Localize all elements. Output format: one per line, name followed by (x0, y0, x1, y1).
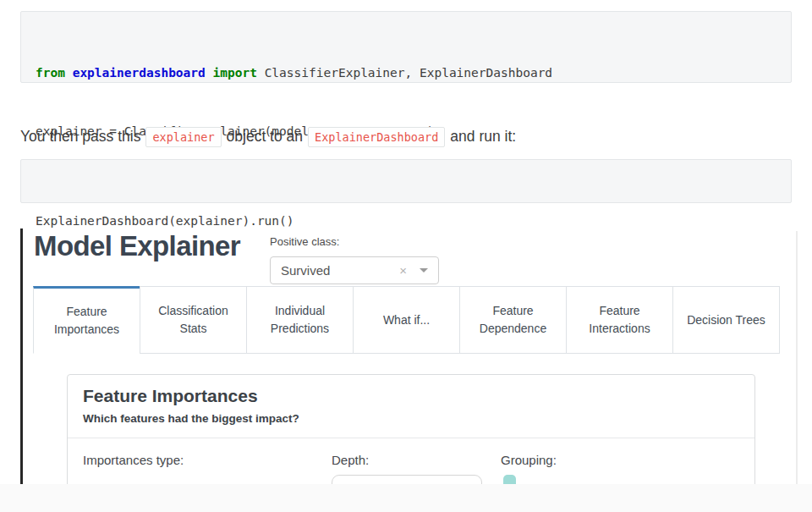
importances-type-control: Importances type: (83, 453, 332, 484)
tab-label: Feature Dependence (469, 302, 557, 338)
tab-feature-dependence[interactable]: Feature Dependence (459, 286, 567, 354)
code-keyword-import: import (213, 66, 265, 80)
paragraph-text: and run it: (450, 128, 516, 146)
importances-type-label: Importances type: (83, 453, 332, 467)
grouping-label: Grouping: (501, 453, 754, 467)
dashboard-screenshot: Model Explainer Positive class: Survived… (20, 228, 799, 484)
code-keyword-from: from (36, 66, 73, 80)
depth-control: Depth: (332, 453, 501, 484)
positive-class-select[interactable]: Survived × (270, 256, 439, 284)
tab-label: Decision Trees (687, 311, 765, 329)
chevron-down-icon[interactable] (420, 268, 428, 273)
card-subtitle: Which features had the biggest impact? (83, 412, 739, 425)
tab-label: Feature Interactions (575, 302, 664, 338)
code-block-import: from explainerdashboard import Classifie… (20, 11, 792, 83)
tab-decision-trees[interactable]: Decision Trees (672, 286, 780, 354)
card-controls-row: Importances type: Depth: Grouping: (68, 438, 754, 484)
tab-feature-interactions[interactable]: Feature Interactions (566, 286, 673, 354)
paragraph-text: object to an (227, 128, 303, 146)
paragraph-text: You then pass this (20, 128, 140, 146)
clear-icon[interactable]: × (399, 263, 407, 278)
depth-label: Depth: (332, 453, 501, 467)
positive-class-label: Positive class: (270, 235, 339, 248)
tab-label: Feature Importances (42, 303, 131, 339)
tab-label: What if... (383, 311, 430, 329)
tab-what-if[interactable]: What if... (353, 286, 460, 354)
page-background-strip (0, 484, 812, 512)
card-title: Feature Importances (83, 386, 739, 406)
positive-class-value: Survived (281, 263, 399, 278)
body-paragraph: You then pass this explainer object to a… (20, 124, 516, 151)
dashboard-title: Model Explainer (34, 230, 240, 262)
grouping-toggle[interactable] (503, 475, 516, 484)
grouping-control: Grouping: (501, 453, 754, 484)
tab-bar: Feature Importances Classification Stats… (33, 286, 780, 354)
depth-select[interactable] (332, 475, 482, 484)
inline-code-explainerdashboard: ExplainerDashboard (308, 127, 445, 147)
inline-code-explainer: explainer (145, 127, 221, 147)
scrollbar[interactable] (796, 231, 798, 484)
tab-label: Classification Stats (149, 302, 238, 338)
code-module-name: explainerdashboard (73, 66, 213, 80)
tab-feature-importances[interactable]: Feature Importances (33, 286, 140, 354)
tab-individual-predictions[interactable]: Individual Predictions (246, 286, 354, 354)
code-imported-names: ClassifierExplainer, ExplainerDashboard (265, 66, 552, 80)
code-line: from explainerdashboard import Classifie… (36, 63, 776, 83)
tab-label: Individual Predictions (255, 302, 344, 338)
code-block-run: ExplainerDashboard(explainer).run() (20, 159, 792, 203)
card-header: Feature Importances Which features had t… (68, 375, 754, 438)
tab-classification-stats[interactable]: Classification Stats (140, 286, 247, 354)
feature-importances-card: Feature Importances Which features had t… (67, 374, 755, 484)
